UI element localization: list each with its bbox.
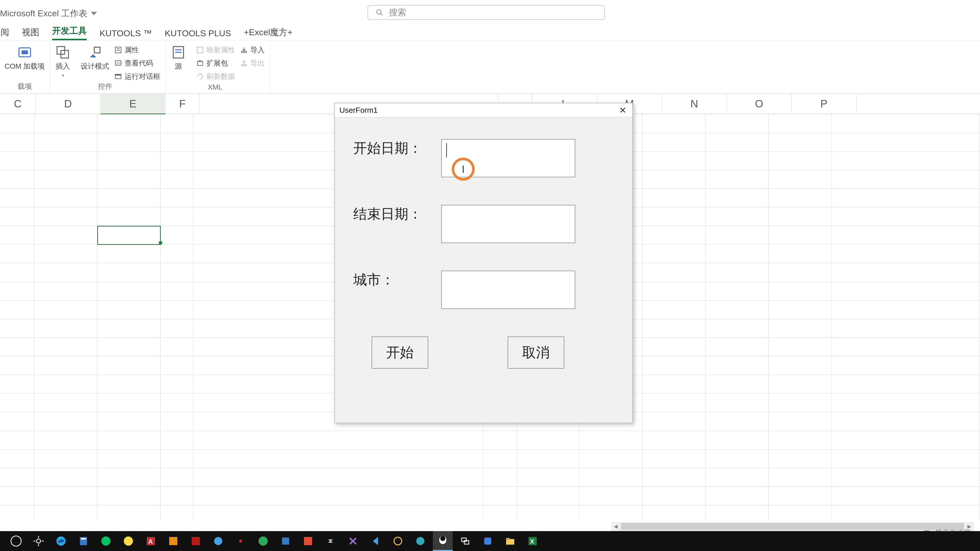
cell[interactable] (97, 207, 161, 226)
cell[interactable] (832, 487, 980, 505)
cell[interactable] (706, 263, 769, 282)
cell[interactable] (643, 449, 706, 468)
cell[interactable] (832, 375, 980, 394)
cell[interactable] (161, 207, 194, 226)
cell[interactable] (161, 468, 194, 487)
taskbar-explorer-icon[interactable] (500, 531, 520, 551)
cell[interactable] (832, 263, 980, 282)
cell[interactable] (0, 468, 35, 487)
cell[interactable] (35, 263, 98, 282)
cell[interactable] (643, 375, 706, 394)
cell[interactable] (768, 300, 832, 319)
cell[interactable] (832, 189, 980, 207)
cell[interactable] (0, 487, 35, 505)
cell[interactable] (0, 170, 35, 189)
cell[interactable] (35, 245, 98, 263)
close-button[interactable]: ✕ (617, 105, 629, 116)
cell[interactable] (97, 300, 161, 319)
cell[interactable] (194, 468, 484, 487)
cell[interactable] (768, 133, 832, 151)
cell[interactable] (832, 468, 980, 487)
cell[interactable] (97, 449, 161, 468)
col-header[interactable]: C (0, 94, 36, 114)
cell[interactable] (97, 431, 161, 449)
cell[interactable] (517, 431, 580, 449)
cell[interactable] (35, 282, 98, 300)
taskbar-vs-icon[interactable] (343, 531, 363, 551)
cell[interactable] (97, 487, 161, 505)
title-dropdown-icon[interactable] (91, 12, 97, 15)
properties-button[interactable]: 属性 (115, 45, 160, 55)
cell[interactable] (579, 505, 643, 520)
cell[interactable] (161, 338, 194, 356)
cell[interactable] (161, 505, 194, 520)
taskbar-autocad-icon[interactable]: A (141, 531, 161, 551)
cell[interactable] (706, 412, 769, 431)
cell[interactable] (579, 449, 643, 468)
cell[interactable] (35, 449, 98, 468)
taskbar-acrobat-icon[interactable] (186, 531, 206, 551)
cell[interactable] (97, 133, 161, 151)
cell[interactable] (161, 449, 194, 468)
cell[interactable] (97, 394, 161, 412)
tab-review[interactable]: 阅 (0, 27, 9, 40)
cell[interactable] (706, 114, 769, 133)
taskbar-qq-icon[interactable] (433, 531, 453, 551)
cell[interactable] (97, 338, 161, 356)
cell[interactable] (97, 189, 161, 207)
cell[interactable] (0, 431, 35, 449)
cell[interactable] (0, 133, 35, 151)
taskbar-edge-icon[interactable] (51, 531, 71, 551)
cell[interactable] (643, 245, 706, 263)
tab-excelmf[interactable]: +Excel魔方+ (244, 27, 293, 40)
cell[interactable] (161, 133, 194, 151)
taskbar-app-ring-icon[interactable] (388, 531, 408, 551)
cell[interactable] (484, 431, 517, 449)
cell[interactable] (768, 245, 832, 263)
cell[interactable] (643, 263, 706, 282)
cancel-button[interactable]: 取消 (508, 337, 564, 368)
cell[interactable] (97, 263, 161, 282)
cell[interactable] (832, 282, 980, 300)
cell[interactable] (35, 319, 98, 338)
cell[interactable] (832, 449, 980, 468)
cell[interactable] (0, 449, 35, 468)
cell[interactable] (832, 133, 980, 151)
cell[interactable] (832, 356, 980, 375)
cell[interactable] (35, 114, 98, 133)
cell[interactable] (97, 114, 161, 133)
cell[interactable] (161, 245, 194, 263)
cell[interactable] (0, 375, 35, 394)
cell[interactable] (484, 449, 517, 468)
cell[interactable] (832, 394, 980, 412)
cell[interactable] (35, 170, 98, 189)
cell[interactable] (35, 151, 98, 170)
cell[interactable] (706, 245, 769, 263)
taskbar-dell-icon[interactable] (6, 531, 26, 551)
cell[interactable] (832, 114, 980, 133)
cell[interactable] (643, 319, 706, 338)
cell[interactable] (35, 487, 98, 505)
cell[interactable] (768, 226, 832, 245)
cell[interactable] (643, 226, 706, 245)
tab-view[interactable]: 视图 (22, 27, 39, 40)
cell[interactable] (97, 412, 161, 431)
cell[interactable] (706, 468, 769, 487)
taskbar-app-shield-icon[interactable] (478, 531, 498, 551)
cell[interactable] (579, 431, 643, 449)
cell[interactable] (768, 394, 832, 412)
cell[interactable] (97, 170, 161, 189)
cell[interactable] (706, 449, 769, 468)
cell[interactable] (706, 319, 769, 338)
cell[interactable] (35, 338, 98, 356)
cell[interactable] (161, 487, 194, 505)
cell[interactable] (768, 487, 832, 505)
taskbar-app-dot-icon[interactable] (231, 531, 251, 551)
cell[interactable] (161, 226, 194, 245)
cell[interactable] (0, 189, 35, 207)
cell[interactable] (0, 114, 35, 133)
cell[interactable] (768, 431, 832, 449)
cell[interactable] (768, 319, 832, 338)
cell[interactable] (0, 356, 35, 375)
col-header[interactable]: N (662, 94, 727, 114)
